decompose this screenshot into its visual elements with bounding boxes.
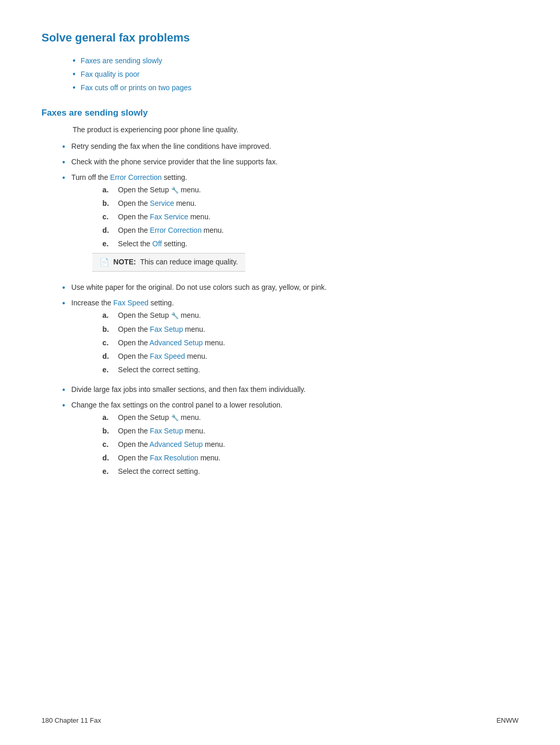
fax-speed-link-1[interactable]: Fax Speed	[114, 299, 149, 307]
sub-7c-label: c.	[103, 440, 118, 448]
sub-list-3: a. Open the Setup 🔧 menu. b. Open the Se…	[103, 186, 245, 248]
sub-3a: a. Open the Setup 🔧 menu.	[103, 186, 245, 194]
sub-5b-text: Open the Fax Setup menu.	[118, 325, 205, 333]
bullet-3-content: Turn off the Error Correction setting. a…	[72, 173, 245, 277]
fax-speed-link-2[interactable]: Fax Speed	[150, 352, 185, 360]
sub-7d-text: Open the Fax Resolution menu.	[118, 454, 221, 462]
bullet-1: Retry sending the fax when the line cond…	[62, 142, 519, 151]
bullet-3-after: setting.	[162, 173, 187, 181]
bullet-5-content: Increase the Fax Speed setting. a. Open …	[72, 299, 225, 378]
toc-link-3[interactable]: Fax cuts off or prints on two pages	[81, 83, 192, 92]
bullet-5-before: Increase the	[72, 299, 114, 307]
footer-left: 180 Chapter 11 Fax	[41, 716, 101, 724]
sub-5e-text: Select the correct setting.	[118, 366, 200, 374]
sub-7e-label: e.	[103, 467, 118, 475]
sub-7d: d. Open the Fax Resolution menu.	[103, 454, 283, 462]
error-correction-link-1[interactable]: Error Correction	[110, 173, 162, 181]
bullet-1-text: Retry sending the fax when the line cond…	[72, 142, 271, 150]
sub-3e-text: Select the Off setting.	[118, 240, 188, 248]
sub-3c-label: c.	[103, 213, 118, 221]
page-title: Solve general fax problems	[41, 31, 519, 45]
bullet-6: Divide large fax jobs into smaller secti…	[62, 385, 519, 395]
sub-list-5: a. Open the Setup 🔧 menu. b. Open the Fa…	[103, 311, 225, 373]
sub-3d-label: d.	[103, 226, 118, 234]
toc-list: Faxes are sending slowly Fax quality is …	[73, 56, 519, 92]
bullet-3-before: Turn off the	[72, 173, 110, 181]
sub-5a: a. Open the Setup 🔧 menu.	[103, 311, 225, 319]
sub-3b-text: Open the Service menu.	[118, 199, 197, 207]
footer-right: ENWW	[496, 716, 519, 724]
sub-3b-label: b.	[103, 199, 118, 207]
setup-icon-3a: 🔧	[171, 187, 179, 194]
bullet-4-text: Use white paper for the original. Do not…	[72, 283, 327, 291]
sub-5c-text: Open the Advanced Setup menu.	[118, 339, 225, 347]
sub-7d-label: d.	[103, 454, 118, 462]
note-text: This can reduce image quality.	[140, 258, 238, 266]
sub-7a-label: a.	[103, 413, 118, 421]
section-intro: The product is experiencing poor phone l…	[73, 125, 519, 134]
fax-resolution-link[interactable]: Fax Resolution	[150, 454, 198, 462]
advanced-setup-link-2[interactable]: Advanced Setup	[149, 440, 203, 448]
sub-5c-label: c.	[103, 339, 118, 347]
bullet-4: Use white paper for the original. Do not…	[62, 283, 519, 292]
sub-5e: e. Select the correct setting.	[103, 366, 225, 374]
sub-7a: a. Open the Setup 🔧 menu.	[103, 413, 283, 421]
error-correction-link-2[interactable]: Error Correction	[150, 226, 202, 234]
sub-3e-label: e.	[103, 240, 118, 248]
advanced-setup-link-1[interactable]: Advanced Setup	[149, 339, 203, 347]
bullet-2-text: Check with the phone service provider th…	[72, 158, 278, 166]
bullet-6-text: Divide large fax jobs into smaller secti…	[72, 385, 306, 393]
sub-5d: d. Open the Fax Speed menu.	[103, 352, 225, 360]
toc-link-1[interactable]: Faxes are sending slowly	[81, 57, 162, 65]
sub-5b: b. Open the Fax Setup menu.	[103, 325, 225, 333]
note-box: 📄 NOTE: This can reduce image quality.	[92, 253, 245, 272]
fax-setup-link-1[interactable]: Fax Setup	[150, 325, 183, 333]
sub-7a-text: Open the Setup 🔧 menu.	[118, 413, 201, 421]
toc-item-2[interactable]: Fax quality is poor	[73, 69, 519, 79]
sub-5a-label: a.	[103, 311, 118, 319]
sub-7c-text: Open the Advanced Setup menu.	[118, 440, 225, 448]
sub-5d-text: Open the Fax Speed menu.	[118, 352, 207, 360]
sub-7b-label: b.	[103, 427, 118, 435]
bullet-5-after: setting.	[148, 299, 174, 307]
sub-3d: d. Open the Error Correction menu.	[103, 226, 245, 234]
bullet-3: Turn off the Error Correction setting. a…	[62, 173, 519, 277]
bullet-7-content: Change the fax settings on the control p…	[72, 401, 283, 481]
bullet-5: Increase the Fax Speed setting. a. Open …	[62, 299, 519, 378]
sub-7b-text: Open the Fax Setup menu.	[118, 427, 205, 435]
note-icon: 📄	[100, 258, 109, 267]
service-link[interactable]: Service	[150, 199, 174, 207]
sub-3c: c. Open the Fax Service menu.	[103, 213, 245, 221]
sub-7c: c. Open the Advanced Setup menu.	[103, 440, 283, 448]
toc-item-3[interactable]: Fax cuts off or prints on two pages	[73, 83, 519, 92]
bullet-7: Change the fax settings on the control p…	[62, 401, 519, 481]
sub-5c: c. Open the Advanced Setup menu.	[103, 339, 225, 347]
sub-5e-label: e.	[103, 366, 118, 374]
bullet-2: Check with the phone service provider th…	[62, 158, 519, 167]
sub-3a-text: Open the Setup 🔧 menu.	[118, 186, 201, 194]
sub-3a-label: a.	[103, 186, 118, 194]
sub-3b: b. Open the Service menu.	[103, 199, 245, 207]
sub-list-7: a. Open the Setup 🔧 menu. b. Open the Fa…	[103, 413, 283, 475]
sub-3e: e. Select the Off setting.	[103, 240, 245, 248]
fax-setup-link-2[interactable]: Fax Setup	[150, 427, 183, 435]
sub-7b: b. Open the Fax Setup menu.	[103, 427, 283, 435]
section-title-faxes-sending-slowly: Faxes are sending slowly	[41, 108, 519, 118]
sub-5d-label: d.	[103, 352, 118, 360]
sub-5a-text: Open the Setup 🔧 menu.	[118, 311, 201, 319]
sub-7e: e. Select the correct setting.	[103, 467, 283, 475]
off-link[interactable]: Off	[152, 240, 162, 248]
setup-icon-5a: 🔧	[171, 313, 179, 320]
main-bullet-list: Retry sending the fax when the line cond…	[62, 142, 519, 481]
sub-3c-text: Open the Fax Service menu.	[118, 213, 211, 221]
toc-link-2[interactable]: Fax quality is poor	[81, 70, 140, 78]
fax-service-link[interactable]: Fax Service	[150, 213, 188, 221]
note-label: NOTE:	[114, 258, 136, 266]
toc-item-1[interactable]: Faxes are sending slowly	[73, 56, 519, 65]
sub-3d-text: Open the Error Correction menu.	[118, 226, 224, 234]
sub-7e-text: Select the correct setting.	[118, 467, 200, 475]
bullet-7-text: Change the fax settings on the control p…	[72, 401, 283, 409]
setup-icon-7a: 🔧	[171, 414, 179, 421]
sub-5b-label: b.	[103, 325, 118, 333]
footer: 180 Chapter 11 Fax ENWW	[41, 716, 519, 724]
